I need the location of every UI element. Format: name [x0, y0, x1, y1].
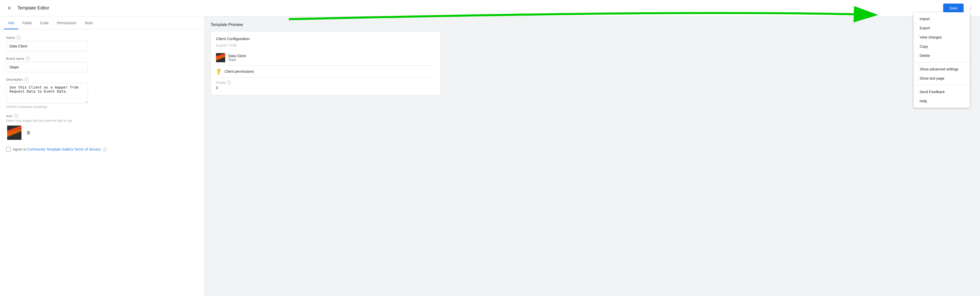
priority-section: Priority ? 0 [216, 81, 435, 90]
icon-help-icon[interactable]: ? [14, 114, 18, 118]
more-icon: ⋮ [968, 5, 974, 11]
tab-fields[interactable]: Fields [18, 16, 36, 29]
main-layout: Info Fields Code Permissions Tests Name … [0, 16, 980, 296]
menu-item-export[interactable]: Export [913, 24, 970, 33]
client-row: Data Client Stape [216, 50, 435, 66]
terms-link[interactable]: Community Template Gallery Terms of Serv… [27, 147, 101, 151]
dropdown-menu: Import Export View changes Copy Delete S… [913, 12, 970, 108]
stape-icon-svg [7, 125, 21, 140]
menu-divider-1 [913, 62, 970, 63]
client-brand: Stape [228, 58, 246, 62]
priority-label: Priority ? [216, 81, 435, 85]
client-name: Data Client [228, 54, 246, 58]
brand-group: Brand name ? [6, 56, 198, 72]
description-group: Description ? Use this Client as a mappe… [6, 77, 198, 109]
terms-text: Agree to Community Template Gallery Term… [13, 147, 107, 152]
icon-group: Icon ? Select only images that you have … [6, 114, 198, 141]
priority-value: 0 [216, 86, 435, 90]
menu-item-view-changes[interactable]: View changes [913, 33, 970, 42]
terms-checkbox[interactable] [6, 147, 11, 152]
icon-label: Icon ? [6, 114, 198, 118]
client-stape-icon [216, 53, 225, 62]
close-button[interactable]: ✕ [4, 3, 14, 13]
name-help-icon[interactable]: ? [17, 35, 21, 40]
brand-label: Brand name ? [6, 56, 198, 60]
client-icon [216, 53, 225, 62]
description-help-icon[interactable]: ? [24, 77, 29, 81]
menu-item-send-feedback[interactable]: Send Feedback [913, 87, 970, 97]
save-button[interactable]: Save [943, 3, 964, 13]
terms-row: Agree to Community Template Gallery Term… [6, 147, 198, 152]
tab-permissions[interactable]: Permissions [52, 16, 80, 29]
top-bar: ✕ Template Editor Save ⋮ [0, 0, 980, 16]
tab-tests[interactable]: Tests [80, 16, 97, 29]
icon-subtext: Select only images that you have the rig… [6, 119, 198, 122]
char-count: 140/200 characters remaining [6, 105, 198, 109]
preview-card-title: Client Configuration [216, 36, 435, 41]
icon-box [6, 125, 22, 141]
top-bar-right: Save ⋮ [943, 3, 976, 13]
terms-help-icon[interactable]: ? [103, 147, 107, 152]
top-bar-left: ✕ Template Editor [4, 3, 943, 13]
description-textarea[interactable]: Use this Client as a mapper from Request… [6, 83, 88, 103]
trash-icon: 🗑 [26, 130, 31, 136]
description-label: Description ? [6, 77, 198, 81]
key-icon: 🔑 [215, 67, 223, 75]
menu-item-copy[interactable]: Copy [913, 42, 970, 51]
left-panel: Info Fields Code Permissions Tests Name … [0, 16, 205, 296]
tabs-bar: Info Fields Code Permissions Tests [0, 16, 204, 29]
info-form: Name ? Brand name ? Description ? U [0, 29, 204, 296]
permissions-row: 🔑 Client permissions [216, 66, 435, 78]
name-input[interactable] [6, 41, 88, 51]
menu-item-import[interactable]: Import [913, 14, 970, 24]
right-panel: Template Preview Client Configuration Cl… [205, 16, 980, 296]
more-menu-button[interactable]: ⋮ [966, 3, 976, 13]
client-type-label: Client Type [216, 44, 435, 47]
menu-item-show-advanced[interactable]: Show advanced settings [913, 65, 970, 74]
preview-title: Template Preview [211, 22, 974, 27]
icon-preview: 🗑 [6, 125, 198, 141]
preview-card: Client Configuration Client Type Data Cl… [211, 31, 441, 95]
permissions-text: Client permissions [225, 70, 254, 73]
page-title: Template Editor [18, 5, 49, 11]
priority-help-icon[interactable]: ? [227, 81, 231, 85]
menu-item-help[interactable]: Help [913, 97, 970, 106]
brand-input[interactable] [6, 62, 88, 72]
menu-item-delete[interactable]: Delete [913, 51, 970, 60]
client-info: Data Client Stape [228, 54, 246, 62]
brand-help-icon[interactable]: ? [26, 56, 30, 60]
tab-code[interactable]: Code [36, 16, 52, 29]
menu-item-show-test-page[interactable]: Show test page [913, 74, 970, 83]
close-icon: ✕ [7, 5, 11, 11]
tab-info[interactable]: Info [4, 16, 18, 29]
name-label: Name ? [6, 35, 198, 40]
name-group: Name ? [6, 35, 198, 51]
delete-icon-button[interactable]: 🗑 [25, 128, 33, 137]
